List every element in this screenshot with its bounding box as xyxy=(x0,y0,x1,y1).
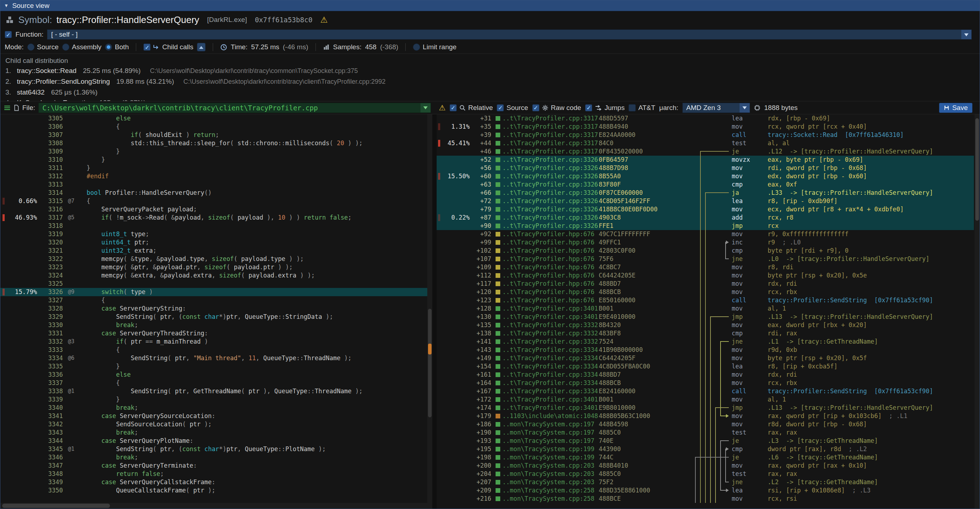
source-line-3333[interactable]: 3333 { xyxy=(0,346,427,354)
asm-source-location[interactable]: ..t\TracyProfiler.hpp:676 xyxy=(503,263,599,271)
asm-source-location[interactable]: ..t\TracyProfiler.cpp:3326 xyxy=(503,156,599,164)
asm-source-location[interactable]: ..t\TracyProfiler.cpp:3326 xyxy=(503,222,599,230)
source-line-3319[interactable]: 3319 uint8_t type; xyxy=(0,230,427,238)
asm-row-+200[interactable]: +200..mon\TracySystem.cpp:203488B4010mov… xyxy=(437,461,974,470)
mode-radio-both[interactable]: Both xyxy=(105,43,129,51)
source-line-3308[interactable]: 3308 std::this_thread::sleep_for( std::c… xyxy=(0,139,427,147)
source-line-3339[interactable]: 3339 } xyxy=(0,395,427,404)
child-call-header[interactable]: Child call distribution xyxy=(5,56,980,65)
asm-row-+130[interactable]: +130..t\TracyProfiler.cpp:3401E9E4010000… xyxy=(437,313,974,321)
function-checkbox[interactable]: ✓ xyxy=(5,31,12,38)
asm-source-location[interactable]: ..t\TracyProfiler.cpp:3334 xyxy=(503,387,599,395)
asm-source-location[interactable]: ..t\TracyProfiler.hpp:676 xyxy=(503,280,599,288)
source-horizontal-scrollbar[interactable] xyxy=(0,503,427,509)
asm-row-+87[interactable]: 0.22%+87..t\TracyProfiler.cpp:33264903C8… xyxy=(437,213,974,222)
asm-row-+63[interactable]: +63..t\TracyProfiler.cpp:332683F80Fcmpea… xyxy=(437,180,974,189)
asm-row-+117[interactable]: +117..t\TracyProfiler.hpp:676488BD7movrd… xyxy=(437,280,974,288)
asm-row-+204[interactable]: +204..mon\TracySystem.cpp:2034885C0testr… xyxy=(437,470,974,478)
source-line-3338[interactable]: 3338@1 SendString( ptr, GetThreadName( p… xyxy=(0,387,427,395)
asm-row-+193[interactable]: +193..mon\TracySystem.cpp:197740Eje.L3 -… xyxy=(437,437,974,445)
asm-row-+195[interactable]: +195..mon\TracySystem.cpp:199443900cmpdw… xyxy=(437,445,974,453)
source-line-3309[interactable]: 3309 } xyxy=(0,147,427,156)
asm-row-+31[interactable]: +31..t\TracyProfiler.cpp:3317488D5597lea… xyxy=(437,114,974,122)
asm-warning-icon[interactable]: ⚠ xyxy=(439,103,445,112)
asm-row-+209[interactable]: +209..mon\TracySystem.cpp:258488D35E8861… xyxy=(437,486,974,495)
asm-row-+161[interactable]: +161..t\TracyProfiler.cpp:3334488BD7movr… xyxy=(437,371,974,379)
source-vertical-scrollbar[interactable] xyxy=(427,114,432,503)
save-button[interactable]: Save xyxy=(939,103,972,113)
att-checkbox[interactable]: AT&T xyxy=(628,104,655,112)
uarch-combo[interactable]: AMD Zen 3 xyxy=(682,103,750,113)
mode-radio-assembly[interactable]: Assembly xyxy=(62,43,101,51)
asm-source-location[interactable]: ..t\TracyProfiler.cpp:3332 xyxy=(503,329,599,337)
asm-source-location[interactable]: ..t\TracyProfiler.hpp:676 xyxy=(503,230,599,238)
source-line-3327[interactable]: 3327 { xyxy=(0,296,427,304)
source-line-3321[interactable]: 3321 uint32_t extra; xyxy=(0,247,427,255)
asm-row-+92[interactable]: +92..t\TracyProfiler.hpp:67649C7C1FFFFFF… xyxy=(437,230,974,238)
source-line-3320[interactable]: 3320 uint64_t ptr; xyxy=(0,238,427,247)
source-line-3337[interactable]: 3337 { xyxy=(0,379,427,387)
asm-row-+90[interactable]: +90..t\TracyProfiler.cpp:3326FFE1jmprcx xyxy=(437,222,974,230)
asm-row-+138[interactable]: +138..t\TracyProfiler.cpp:3332483BF8cmpr… xyxy=(437,329,974,337)
source-line-3310[interactable]: 3310 } xyxy=(0,156,427,164)
asm-row-+172[interactable]: +172..t\TracyProfiler.cpp:3401B001moval,… xyxy=(437,395,974,404)
asm-source-location[interactable]: ..t\TracyProfiler.cpp:3401 xyxy=(503,404,599,412)
asm-row-+190[interactable]: +190..mon\TracySystem.cpp:1974885C0testr… xyxy=(437,428,974,437)
source-line-3349[interactable]: 3349 case ServerQueryCallstackFrame: xyxy=(0,478,427,486)
source-line-3323[interactable]: 3323 memcpy( &ptr, &payload.ptr, sizeof(… xyxy=(0,263,427,271)
asm-row-+72[interactable]: +72..t\TracyProfiler.cpp:33264C8D05F146F… xyxy=(437,197,974,205)
asm-source-location[interactable]: ..t\TracyProfiler.cpp:3317 xyxy=(503,131,599,139)
asm-row-+135[interactable]: +135..t\TracyProfiler.cpp:33328B4320move… xyxy=(437,321,974,329)
source-line-3307[interactable]: 3307 if( shouldExit ) return; xyxy=(0,131,427,139)
source-line-3332[interactable]: 3332@3 if( ptr == m_mainThread ) xyxy=(0,337,427,346)
asm-row-+52[interactable]: +52..t\TracyProfiler.cpp:33260FB64597mov… xyxy=(437,156,974,164)
source-line-3314[interactable]: 3314bool Profiler::HandleServerQuery() xyxy=(0,189,427,197)
scrollbar-handle[interactable] xyxy=(428,309,431,418)
raw-code-checkbox[interactable]: ✓ Raw code xyxy=(532,104,581,112)
source-line-3311[interactable]: 3311} xyxy=(0,164,427,172)
source-line-3329[interactable]: 3329 SendString( ptr, (const char*)ptr, … xyxy=(0,313,427,321)
source-line-3350[interactable]: 3350 QueueCallstackFrame( ptr ); xyxy=(0,486,427,495)
asm-row-+143[interactable]: +143..t\TracyProfiler.cpp:333441B90B0000… xyxy=(437,346,974,354)
asm-source-location[interactable]: ..t\TracyProfiler.hpp:676 xyxy=(503,271,599,280)
asm-row-+60[interactable]: 15.50%+60..t\TracyProfiler.cpp:33268B55A… xyxy=(437,172,974,180)
source-line-3324[interactable]: 3324 memcpy( &extra, &payload.extra, siz… xyxy=(0,271,427,280)
asm-source-location[interactable]: ..t\TracyProfiler.cpp:3401 xyxy=(503,304,599,313)
asm-source-location[interactable]: ..t\TracyProfiler.cpp:3317 xyxy=(503,114,599,122)
asm-row-+128[interactable]: +128..t\TracyProfiler.cpp:3401B001moval,… xyxy=(437,304,974,313)
scrollbar-handle[interactable] xyxy=(975,118,979,221)
file-combo-arrow-button[interactable] xyxy=(420,103,431,113)
up-arrow-button[interactable] xyxy=(197,43,205,51)
asm-row-+109[interactable]: +109..t\TracyProfiler.hpp:6764C8BC7movr8… xyxy=(437,263,974,271)
source-line-3348[interactable]: 3348 return false; xyxy=(0,470,427,478)
source-line-3305[interactable]: 3305 else xyxy=(0,114,427,122)
file-combo[interactable]: C:\Users\wolf\Desktop\darkrl\contrib\tra… xyxy=(38,103,431,113)
source-line-3334[interactable]: 3334@6 SendString( ptr, "Main thread", 1… xyxy=(0,354,427,362)
combo-arrow-button[interactable] xyxy=(961,30,971,39)
asm-source-location[interactable]: ..mon\TracySystem.cpp:199 xyxy=(503,445,599,453)
asm-row-+79[interactable]: +79..t\TracyProfiler.cpp:3326418B8C80E0B… xyxy=(437,205,974,213)
source-line-3315[interactable]: 0.66%3315@7{ xyxy=(0,197,427,205)
asm-source-location[interactable]: ..t\TracyProfiler.cpp:3317 xyxy=(503,122,599,131)
source-line-3312[interactable]: 3312#endif xyxy=(0,172,427,180)
source-line-3306[interactable]: 3306 { xyxy=(0,122,427,131)
asm-row-+39[interactable]: +39..t\TracyProfiler.cpp:3317E824AA0000c… xyxy=(437,131,974,139)
source-line-3326[interactable]: 15.79%3326@9 switch( type ) xyxy=(0,288,427,296)
asm-source-location[interactable]: ..t\TracyProfiler.cpp:3326 xyxy=(503,197,599,205)
asm-source-location[interactable]: ..mon\TracySystem.cpp:199 xyxy=(503,453,599,461)
asm-source-location[interactable]: ..t\TracyProfiler.cpp:3334 xyxy=(503,362,599,371)
asm-source-location[interactable]: ..mon\TracySystem.cpp:203 xyxy=(503,461,599,470)
asm-row-+56[interactable]: +56..t\TracyProfiler.cpp:3326488B7D98mov… xyxy=(437,164,974,172)
source-line-3335[interactable]: 3335 } xyxy=(0,362,427,371)
asm-source-location[interactable]: ..t\TracyProfiler.cpp:3326 xyxy=(503,164,599,172)
asm-row-+35[interactable]: 1.31%+35..t\TracyProfiler.cpp:3317488B49… xyxy=(437,122,974,131)
asm-source-location[interactable]: ..mon\TracySystem.cpp:197 xyxy=(503,420,599,428)
scrollbar-handle[interactable] xyxy=(2,504,110,508)
relative-checkbox[interactable]: ✓ Relative xyxy=(450,104,493,112)
asm-source-location[interactable]: ..mon\TracySystem.cpp:258 xyxy=(503,495,599,503)
pane-splitter[interactable] xyxy=(432,114,437,509)
mode-radio-source[interactable]: Source xyxy=(27,43,59,51)
source-line-3345[interactable]: 3345@1 SendString( ptr, (const char*)ptr… xyxy=(0,445,427,453)
source-line-3341[interactable]: 3341 case ServerQuerySourceLocation: xyxy=(0,412,427,420)
asm-source-location[interactable]: ..t\TracyProfiler.cpp:3334 xyxy=(503,354,599,362)
